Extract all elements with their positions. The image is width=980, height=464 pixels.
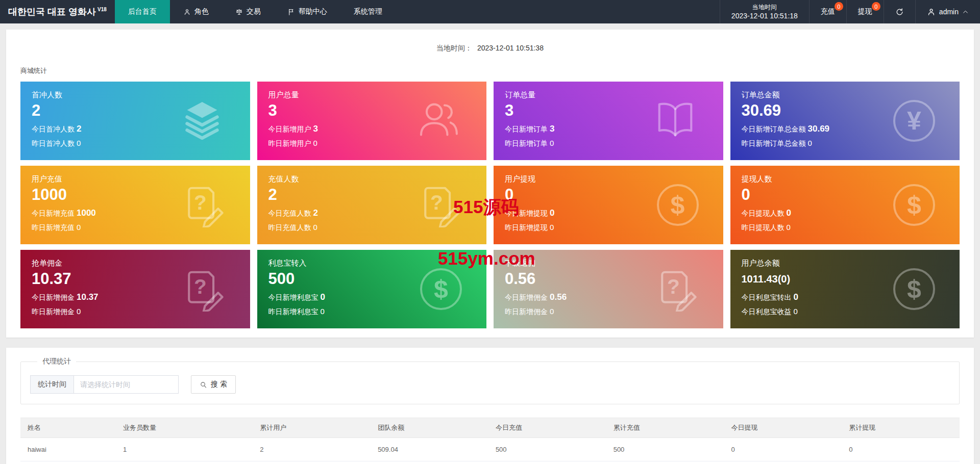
stat-time-input[interactable]	[74, 375, 179, 394]
card-title: 利息宝转入	[268, 259, 476, 268]
stat-card-12: 用户总余额1011.43(0)今日利息宝转出0今日利息宝收益0$	[730, 250, 960, 328]
edit-doc-icon: ?	[179, 265, 226, 314]
brand-logo: 대한민국 대표 영화사 V18	[0, 0, 115, 23]
table-header-cell: 姓名	[20, 418, 116, 438]
table-row: haiwai12509.0450050000	[20, 438, 960, 461]
withdraw-button[interactable]: 提现 0	[846, 0, 884, 23]
layers-icon	[179, 96, 226, 145]
nav-spacer	[396, 0, 720, 23]
stat-card-10: 利息宝转入500今日新增利息宝0昨日新增利息宝0$	[257, 250, 487, 328]
menu-item-1[interactable]: 后台首页	[115, 0, 170, 23]
stat-card-7: 用户提现0今日新增提现0昨日新增提现0$	[494, 166, 723, 244]
stat-cards-grid: 首冲人数2今日首冲人数2昨日首冲人数0用户总量3今日新增用户3昨日新增用户0订单…	[20, 82, 960, 328]
svg-text:?: ?	[193, 275, 206, 298]
menu-item-label: 系统管理	[354, 7, 382, 16]
table-cell: haiwai	[20, 438, 116, 461]
dollar-circle-icon: $	[657, 184, 699, 226]
recharge-badge: 0	[835, 2, 843, 11]
table-cell: 2	[253, 438, 371, 461]
agent-table: 姓名业务员数量累计用户团队余额今日充值累计充值今日提现累计提现 haiwai12…	[20, 418, 960, 461]
stat-card-2: 用户总量3今日新增用户3昨日新增用户0	[257, 82, 487, 160]
chevron-up-icon	[962, 9, 969, 15]
search-icon	[200, 381, 207, 389]
menu-item-label: 交易	[247, 7, 261, 16]
menu-item-label: 帮助中心	[299, 7, 327, 16]
menu-item-label: 后台首页	[128, 7, 157, 16]
dollar-circle-icon: $	[893, 184, 935, 226]
stat-card-4: 订单总金额30.69今日新增订单总金额30.69昨日新增订单总金额0¥	[730, 82, 960, 160]
scale-icon	[235, 8, 243, 16]
table-header-cell: 团队余额	[371, 418, 488, 438]
book-icon	[652, 96, 699, 145]
card-title: 用户总余额	[742, 259, 949, 268]
refresh-icon	[895, 8, 904, 16]
agent-legend: 代理统计	[37, 357, 76, 366]
table-header-cell: 累计用户	[253, 418, 371, 438]
agent-panel: 代理统计 统计时间 搜 索 姓名业务员数量累计用户团队余额今日充值累计充值今日提…	[6, 348, 974, 464]
table-header-cell: 累计充值	[606, 418, 724, 438]
table-cell: 0	[724, 438, 842, 461]
local-time-label: 当地时间：	[436, 44, 472, 52]
withdraw-badge: 0	[872, 2, 880, 11]
card-title: 提现人数	[742, 174, 949, 184]
table-cell: 0	[842, 438, 960, 461]
edit-doc-icon: ?	[179, 181, 226, 229]
yen-circle-icon: ¥	[893, 100, 935, 142]
refresh-button[interactable]	[884, 0, 915, 23]
stats-panel: 当地时间： 2023-12-01 10:51:38 商城统计 首冲人数2今日首冲…	[6, 30, 974, 338]
menu-item-label: 角色	[194, 7, 209, 16]
user-menu[interactable]: admin	[915, 0, 980, 23]
stat-card-1: 首冲人数2今日首冲人数2昨日首冲人数0	[20, 82, 250, 160]
card-title: 用户提现	[505, 174, 712, 184]
menu-item-5[interactable]: 系统管理	[340, 0, 396, 23]
menu-item-3[interactable]: 交易	[222, 0, 274, 23]
user-icon	[927, 8, 936, 16]
search-button-label: 搜 索	[211, 380, 227, 389]
local-time-value: 2023-12-01 10:51:38	[477, 44, 544, 52]
agent-search-row: 统计时间 搜 索	[30, 375, 950, 394]
table-cell: 1	[116, 438, 253, 461]
menu-item-2[interactable]: 角色	[170, 0, 222, 23]
stat-card-11: 下级返佣0.56今日新增佣金0.56昨日新增佣金0?	[494, 250, 723, 328]
stat-card-6: 充值人数2今日充值人数2昨日充值人数0?	[257, 166, 487, 244]
agent-fieldset: 代理统计 统计时间 搜 索	[20, 357, 960, 404]
navbar-local-time: 当地时间 2023-12-01 10:51:18	[720, 0, 809, 23]
edit-doc-icon: ?	[415, 181, 462, 229]
dollar-circle-icon: $	[420, 268, 462, 310]
table-header-cell: 今日充值	[488, 418, 606, 438]
stat-card-3: 订单总量3今日新增订单3昨日新增订单0	[494, 82, 723, 160]
edit-doc-icon: ?	[652, 265, 699, 314]
svg-text:?: ?	[430, 191, 443, 214]
table-cell: 500	[488, 438, 606, 461]
brand-title: 대한민국 대표 영화사	[8, 6, 96, 18]
navbar-time-value: 2023-12-01 10:51:18	[731, 11, 798, 20]
flag-icon	[287, 8, 295, 16]
table-header-cell: 业务员数量	[116, 418, 253, 438]
table-cell: 509.04	[371, 438, 488, 461]
svg-text:?: ?	[193, 191, 206, 214]
card-title: 订单总金额	[742, 90, 949, 100]
person-icon	[183, 8, 191, 16]
main-menu: 后台首页角色交易帮助中心系统管理	[115, 0, 396, 23]
stat-card-9: 抢单佣金10.37今日新增佣金10.37昨日新增佣金0?	[20, 250, 250, 328]
top-navbar: 대한민국 대표 영화사 V18 后台首页角色交易帮助中心系统管理 当地时间 20…	[0, 0, 980, 23]
stat-card-5: 用户充值1000今日新增充值1000昨日新增充值0?	[20, 166, 250, 244]
navbar-time-label: 当地时间	[752, 3, 777, 11]
withdraw-label: 提现	[858, 7, 872, 16]
svg-text:?: ?	[667, 275, 679, 298]
dollar-circle-icon: $	[893, 268, 935, 310]
table-cell: 500	[606, 438, 724, 461]
search-button[interactable]: 搜 索	[191, 375, 236, 394]
local-time-row: 当地时间： 2023-12-01 10:51:38	[14, 38, 966, 53]
recharge-label: 充值	[821, 7, 835, 16]
recharge-button[interactable]: 充值 0	[809, 0, 846, 23]
table-header-cell: 累计提现	[842, 418, 960, 438]
agent-table-header-row: 姓名业务员数量累计用户团队余额今日充值累计充值今日提现累计提现	[20, 418, 960, 438]
stat-card-8: 提现人数0今日提现人数0昨日提现人数0$	[730, 166, 960, 244]
username: admin	[939, 8, 959, 16]
stats-section-title: 商城统计	[20, 66, 966, 75]
users-icon	[415, 96, 462, 145]
brand-version: V18	[97, 7, 107, 12]
stat-time-label: 统计时间	[30, 375, 74, 394]
menu-item-4[interactable]: 帮助中心	[274, 0, 340, 23]
